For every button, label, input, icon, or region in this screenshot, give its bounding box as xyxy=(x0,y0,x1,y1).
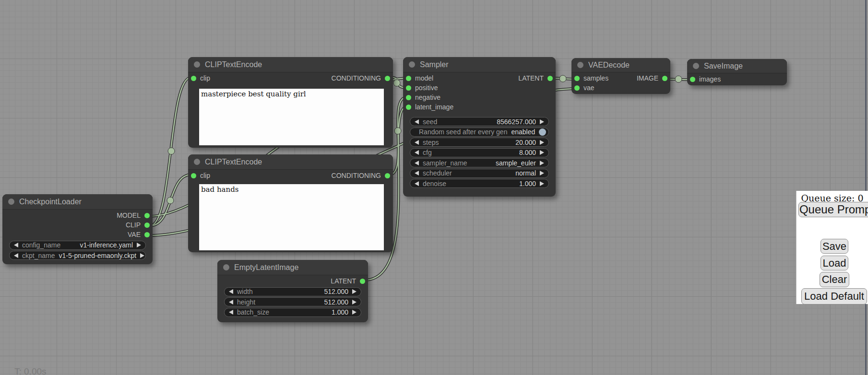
node-header[interactable]: SaveImage xyxy=(687,59,787,73)
input-slot-negative[interactable]: negative xyxy=(406,94,440,101)
input-slot-samples[interactable]: samples xyxy=(574,74,608,82)
decrement-arrow-icon[interactable] xyxy=(415,181,419,186)
widget-random-seed-toggle[interactable]: Random seed after every gen enabled xyxy=(410,128,549,137)
input-dot-icon[interactable] xyxy=(406,85,411,91)
node-vae-decode[interactable]: VAEDecode samples IMAGE vae xyxy=(571,58,670,94)
decrement-arrow-icon[interactable] xyxy=(229,310,233,315)
widget-width[interactable]: width 512.000 xyxy=(224,287,361,296)
decrement-arrow-icon[interactable] xyxy=(415,161,419,165)
collapse-dot-icon[interactable] xyxy=(223,264,229,270)
increment-arrow-icon[interactable] xyxy=(352,310,357,315)
input-slot-images[interactable]: images xyxy=(690,75,721,83)
collapse-dot-icon[interactable] xyxy=(194,61,200,68)
input-dot-icon[interactable] xyxy=(191,173,196,178)
output-dot-icon[interactable] xyxy=(385,76,390,81)
input-label: clip xyxy=(200,74,210,82)
clear-button[interactable]: Clear xyxy=(820,272,849,287)
node-header[interactable]: CLIPTextEncode xyxy=(188,57,393,72)
collapse-dot-icon[interactable] xyxy=(409,61,415,68)
output-slot-latent[interactable]: LATENT xyxy=(518,74,553,82)
positive-prompt-textarea[interactable]: masterpiece best quality girl xyxy=(199,89,384,145)
decrement-arrow-icon[interactable] xyxy=(229,300,233,305)
output-slot-clip[interactable]: CLIP xyxy=(126,221,150,229)
output-slot-vae[interactable]: VAE xyxy=(128,231,150,238)
decrement-arrow-icon[interactable] xyxy=(14,253,18,258)
increment-arrow-icon[interactable] xyxy=(540,181,544,186)
increment-arrow-icon[interactable] xyxy=(140,253,144,258)
node-header[interactable]: CLIPTextEncode xyxy=(188,154,393,170)
input-dot-icon[interactable] xyxy=(574,76,580,81)
decrement-arrow-icon[interactable] xyxy=(415,150,419,155)
decrement-arrow-icon[interactable] xyxy=(415,171,419,176)
output-slot-latent[interactable]: LATENT xyxy=(331,277,365,285)
node-sampler[interactable]: Sampler model LATENT positive negative l… xyxy=(403,57,556,197)
increment-arrow-icon[interactable] xyxy=(540,161,544,165)
increment-arrow-icon[interactable] xyxy=(137,243,141,247)
widget-height[interactable]: height 512.000 xyxy=(224,297,361,306)
graph-canvas[interactable]: { "canvas": { "timer_label": "T: 0.00s" … xyxy=(0,0,868,375)
node-checkpoint-loader[interactable]: CheckpointLoader MODEL CLIP VAE config_n… xyxy=(2,194,153,264)
node-header[interactable]: CheckpointLoader xyxy=(2,194,153,210)
input-slot-vae[interactable]: vae xyxy=(574,84,595,92)
increment-arrow-icon[interactable] xyxy=(352,300,357,305)
output-dot-icon[interactable] xyxy=(547,76,553,81)
collapse-dot-icon[interactable] xyxy=(194,159,200,165)
node-header[interactable]: Sampler xyxy=(403,57,556,72)
widget-scheduler[interactable]: scheduler normal xyxy=(410,169,549,178)
widget-cfg[interactable]: cfg 8.000 xyxy=(410,148,549,157)
input-dot-icon[interactable] xyxy=(406,76,411,81)
node-header[interactable]: EmptyLatentImage xyxy=(217,260,368,275)
widget-denoise[interactable]: denoise 1.000 xyxy=(410,179,549,188)
input-dot-icon[interactable] xyxy=(690,77,695,82)
widget-sampler-name[interactable]: sampler_name sample_euler xyxy=(410,158,549,167)
output-dot-icon[interactable] xyxy=(144,223,150,228)
node-clip-text-encode-negative[interactable]: CLIPTextEncode clip CONDITIONING bad han… xyxy=(188,154,393,252)
input-dot-icon[interactable] xyxy=(406,95,411,100)
input-slot-model[interactable]: model xyxy=(406,74,433,82)
output-slot-model[interactable]: MODEL xyxy=(117,211,150,219)
node-empty-latent-image[interactable]: EmptyLatentImage LATENT width 512.000 he… xyxy=(217,260,368,322)
collapse-dot-icon[interactable] xyxy=(577,62,583,68)
input-slot-positive[interactable]: positive xyxy=(406,84,438,92)
widget-seed[interactable]: seed 8566257.000 xyxy=(410,117,549,126)
widget-batch-size[interactable]: batch_size 1.000 xyxy=(224,308,361,317)
collapse-dot-icon[interactable] xyxy=(8,199,14,205)
queue-prompt-button[interactable]: Queue Prompt xyxy=(798,202,868,217)
load-button[interactable]: Load xyxy=(820,256,848,270)
collapse-dot-icon[interactable] xyxy=(693,63,699,69)
negative-prompt-textarea[interactable]: bad hands xyxy=(199,184,384,250)
input-slot-clip[interactable]: clip xyxy=(191,172,210,179)
input-dot-icon[interactable] xyxy=(406,105,411,110)
increment-arrow-icon[interactable] xyxy=(540,119,544,124)
decrement-arrow-icon[interactable] xyxy=(229,289,233,294)
increment-arrow-icon[interactable] xyxy=(540,171,544,176)
node-header[interactable]: VAEDecode xyxy=(571,58,670,72)
node-clip-text-encode-positive[interactable]: CLIPTextEncode clip CONDITIONING masterp… xyxy=(188,57,393,148)
output-slot-conditioning[interactable]: CONDITIONING xyxy=(332,74,390,82)
node-title: CLIPTextEncode xyxy=(205,158,262,166)
input-slot-clip[interactable]: clip xyxy=(191,74,210,82)
output-slot-conditioning[interactable]: CONDITIONING xyxy=(332,172,390,179)
toggle-knob-icon[interactable] xyxy=(539,129,546,136)
output-slot-image[interactable]: IMAGE xyxy=(637,74,667,82)
decrement-arrow-icon[interactable] xyxy=(14,243,18,247)
output-dot-icon[interactable] xyxy=(144,232,150,237)
widget-ckpt-name[interactable]: ckpt_name v1-5-pruned-emaonly.ckpt xyxy=(9,251,146,260)
widget-steps[interactable]: steps 20.000 xyxy=(410,138,549,147)
increment-arrow-icon[interactable] xyxy=(540,140,544,145)
save-button[interactable]: Save xyxy=(820,239,848,254)
node-save-image[interactable]: SaveImage images xyxy=(687,59,787,85)
increment-arrow-icon[interactable] xyxy=(540,150,544,155)
output-dot-icon[interactable] xyxy=(144,213,150,218)
widget-config-name[interactable]: config_name v1-inference.yaml xyxy=(9,241,146,250)
decrement-arrow-icon[interactable] xyxy=(415,140,419,145)
output-dot-icon[interactable] xyxy=(662,76,667,81)
decrement-arrow-icon[interactable] xyxy=(415,119,419,124)
output-dot-icon[interactable] xyxy=(360,279,365,284)
load-default-button[interactable]: Load Default xyxy=(801,288,867,305)
increment-arrow-icon[interactable] xyxy=(352,289,357,294)
input-slot-latent-image[interactable]: latent_image xyxy=(406,103,453,111)
input-dot-icon[interactable] xyxy=(574,85,580,91)
input-dot-icon[interactable] xyxy=(191,76,196,81)
output-dot-icon[interactable] xyxy=(385,173,390,178)
